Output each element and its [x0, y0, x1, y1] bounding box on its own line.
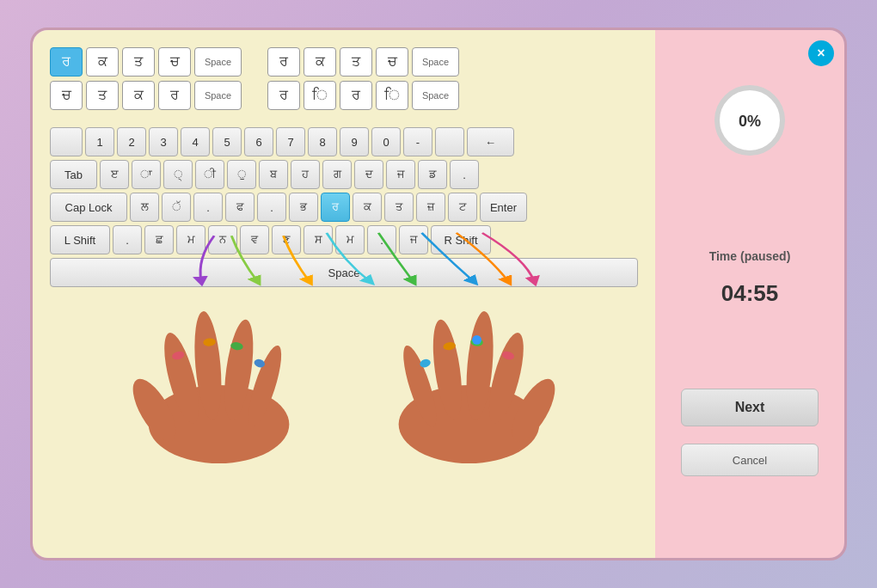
- key-n[interactable]: ਣ: [272, 225, 301, 254]
- keyboard-wrapper: 1 2 3 4 5 6 7 8 9 0 - ← Tab ੲ: [50, 127, 638, 287]
- key-lshift[interactable]: L Shift: [50, 225, 110, 254]
- key-u[interactable]: ਹ: [291, 160, 320, 189]
- kb-row-numbers: 1 2 3 4 5 6 7 8 9 0 - ←: [50, 127, 638, 156]
- char-key: ਚ: [50, 81, 83, 110]
- close-button[interactable]: ×: [808, 40, 834, 66]
- char-key: ਤ: [122, 47, 155, 77]
- key-j-highlighted[interactable]: ਰ: [321, 193, 350, 222]
- left-panel: ਰ ਕ ਤ ਚ Space ਚ ਤ ਕ ਰ Space ਰ ਕ: [33, 30, 655, 558]
- key-t[interactable]: ੁ: [227, 160, 256, 189]
- char-key: ਤ: [340, 47, 372, 77]
- key-x[interactable]: ਛ: [144, 225, 174, 254]
- key-space[interactable]: Space: [50, 258, 638, 287]
- key-g[interactable]: .: [257, 193, 286, 222]
- key-2[interactable]: 2: [117, 127, 146, 156]
- space-key: Space: [412, 81, 459, 110]
- key-bracket-open[interactable]: ਡ: [418, 160, 447, 189]
- key-3[interactable]: 3: [149, 127, 178, 156]
- next-button[interactable]: Next: [681, 389, 819, 426]
- key-slash[interactable]: ਜ: [399, 225, 428, 254]
- kb-row-shift: L Shift . ਛ ਮ ਨ ਵ ਣ ਸ ਮ . ਜ R Shift: [50, 225, 638, 254]
- key-a[interactable]: ਲ: [130, 193, 159, 222]
- key-4[interactable]: 4: [181, 127, 210, 156]
- key-comma[interactable]: ਮ: [335, 225, 365, 254]
- key-equals[interactable]: [435, 127, 464, 156]
- key-5[interactable]: 5: [212, 127, 242, 156]
- time-label: Time (paused): [709, 249, 791, 263]
- hands-illustration: [50, 291, 638, 463]
- key-s[interactable]: ੱ: [162, 193, 191, 222]
- key-7[interactable]: 7: [276, 127, 305, 156]
- char-key: ਚ: [376, 47, 408, 77]
- char-key: ਚ: [158, 47, 191, 77]
- char-group-2: ਰ ਕ ਤ ਚ Space ਰ ਿ ਰ ਿ Space: [267, 47, 459, 110]
- char-key: ਕ: [304, 47, 336, 77]
- key-0[interactable]: 0: [371, 127, 401, 156]
- kb-row-space: Space: [50, 258, 638, 287]
- space-key: Space: [194, 47, 242, 77]
- key-dot[interactable]: .: [367, 225, 396, 254]
- key-z[interactable]: .: [113, 225, 142, 254]
- key-b[interactable]: ਵ: [240, 225, 269, 254]
- key-y[interactable]: ਬ: [259, 160, 288, 189]
- key-enter[interactable]: Enter: [480, 193, 527, 222]
- char-group-1-row-2: ਚ ਤ ਕ ਰ Space: [50, 81, 242, 110]
- key-1[interactable]: 1: [85, 127, 114, 156]
- char-group-2-row-1: ਰ ਕ ਤ ਚ Space: [267, 47, 459, 77]
- key-backspace[interactable]: ←: [467, 127, 514, 156]
- key-l[interactable]: ਤ: [384, 193, 414, 222]
- progress-circle: 0%: [711, 82, 788, 159]
- key-tab[interactable]: Tab: [50, 160, 97, 189]
- key-f[interactable]: ਫ: [225, 193, 255, 222]
- key-r[interactable]: ੀ: [195, 160, 224, 189]
- key-e[interactable]: ੍: [163, 160, 193, 189]
- keyboard: 1 2 3 4 5 6 7 8 9 0 - ← Tab ੲ: [50, 127, 638, 287]
- svg-point-20: [472, 335, 481, 345]
- kb-row-tab: Tab ੲ ਾ ੍ ੀ ੁ ਬ ਹ ਗ ਦ ਜ ਡ .: [50, 160, 638, 189]
- char-key: ਤ: [86, 81, 119, 110]
- key-capslock[interactable]: Cap Lock: [50, 193, 127, 222]
- char-key: ਰ: [340, 81, 372, 110]
- char-group-2-row-2: ਰ ਿ ਰ ਿ Space: [267, 81, 459, 110]
- char-key: ਰ: [267, 47, 300, 77]
- key-v[interactable]: ਨ: [208, 225, 237, 254]
- char-group-1: ਰ ਕ ਤ ਚ Space ਚ ਤ ਕ ਰ Space: [50, 47, 242, 110]
- char-key: ਕ: [122, 81, 155, 110]
- key-q[interactable]: ੲ: [100, 160, 129, 189]
- space-key: Space: [412, 47, 459, 77]
- right-panel: × 0% Time (paused) 04:55 Next Cancel: [655, 30, 844, 558]
- char-group-1-row-1: ਰ ਕ ਤ ਚ Space: [50, 47, 242, 77]
- key-p[interactable]: ਜ: [386, 160, 415, 189]
- char-key-highlighted: ਰ: [50, 47, 83, 77]
- space-key: Space: [194, 81, 242, 110]
- char-key: ਿ: [376, 81, 408, 110]
- progress-text: 0%: [739, 113, 761, 130]
- key-period[interactable]: .: [450, 160, 479, 189]
- key-d[interactable]: .: [193, 193, 223, 222]
- char-key: ਰ: [267, 81, 300, 110]
- time-value: 04:55: [721, 280, 779, 307]
- main-container: ਰ ਕ ਤ ਚ Space ਚ ਤ ਕ ਰ Space ਰ ਕ: [30, 28, 847, 560]
- key-rshift[interactable]: R Shift: [431, 225, 491, 254]
- key-i[interactable]: ਗ: [322, 160, 352, 189]
- key-w[interactable]: ਾ: [132, 160, 161, 189]
- char-key: ਕ: [86, 47, 119, 77]
- key-c[interactable]: ਮ: [176, 225, 205, 254]
- char-key: ਰ: [158, 81, 191, 110]
- key-semicolon[interactable]: ਜ਼: [416, 193, 445, 222]
- key-6[interactable]: 6: [244, 127, 273, 156]
- key-o[interactable]: ਦ: [354, 160, 383, 189]
- key-h[interactable]: ਭ: [289, 193, 318, 222]
- key-m[interactable]: ਸ: [304, 225, 333, 254]
- cancel-button[interactable]: Cancel: [681, 444, 819, 476]
- key-blank[interactable]: [50, 127, 83, 156]
- key-9[interactable]: 9: [340, 127, 369, 156]
- key-8[interactable]: 8: [308, 127, 337, 156]
- key-minus[interactable]: -: [403, 127, 432, 156]
- key-quote[interactable]: ਟ: [448, 193, 477, 222]
- kb-row-caps: Cap Lock ਲ ੱ . ਫ . ਭ ਰ ਕ ਤ ਜ਼ ਟ Enter: [50, 193, 638, 222]
- char-preview-area: ਰ ਕ ਤ ਚ Space ਚ ਤ ਕ ਰ Space ਰ ਕ: [50, 47, 638, 110]
- key-k[interactable]: ਕ: [353, 193, 382, 222]
- char-key: ਿ: [304, 81, 336, 110]
